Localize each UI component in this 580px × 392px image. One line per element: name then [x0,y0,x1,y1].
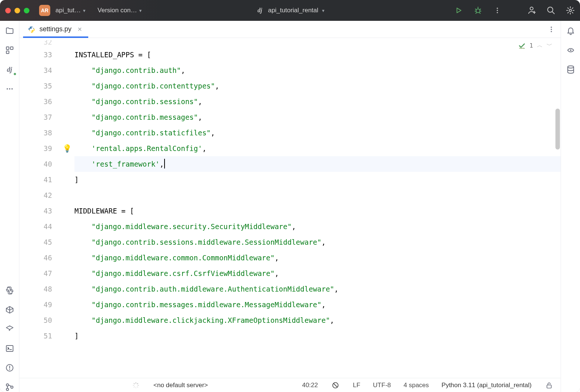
status-indent[interactable]: 4 spaces [404,382,429,389]
svg-point-1 [497,8,498,9]
next-highlight-button[interactable]: ﹀ [546,42,552,49]
python-packages-button[interactable] [5,305,15,315]
svg-point-24 [568,66,574,68]
window-controls [5,8,29,13]
tab-settings-py[interactable]: settings.py ✕ [23,21,88,38]
svg-rect-8 [10,47,13,49]
prev-highlight-button[interactable]: ︿ [537,42,543,49]
status-caret-position[interactable]: 40:22 [302,382,318,389]
status-bar: <no default server> 40:22 LF UTF-8 4 spa… [19,378,561,392]
text-caret [164,159,165,168]
svg-point-18 [551,26,552,28]
code-with-me-button[interactable] [527,6,536,15]
notifications-button[interactable] [566,26,576,36]
intention-bulb-icon[interactable]: 💡 [63,144,72,153]
project-name: api_tut… [55,7,81,14]
code-content[interactable]: INSTALLED_APPS = [ "django.contrib.auth"… [74,38,561,378]
svg-point-6 [569,9,571,12]
svg-rect-22 [547,385,551,388]
status-interpreter[interactable]: Python 3.11 (api_tutorial_rental) [442,382,532,389]
status-line-separator[interactable]: LF [353,382,360,389]
svg-point-2 [497,10,498,11]
right-toolbar [561,21,580,392]
scrollbar-thumb[interactable] [555,109,560,150]
status-encoding[interactable]: UTF-8 [373,382,391,389]
django-icon: dj [255,6,264,15]
close-tab-button[interactable]: ✕ [77,26,82,33]
status-server[interactable]: <no default server> [153,382,208,389]
python-console-button[interactable] [5,286,15,295]
svg-point-19 [551,29,552,30]
terminal-tool-button[interactable] [5,344,15,353]
inspections-widget[interactable]: 1 ︿ ﹀ [518,42,552,49]
lint-gutter: 💡 [60,38,74,378]
tab-options-button[interactable] [546,25,556,34]
vcs-label: Version con… [98,7,137,14]
maximize-window-button[interactable] [24,8,29,13]
tab-label: settings.py [39,25,71,33]
run-button[interactable] [454,6,463,15]
close-window-button[interactable] [5,8,11,13]
structure-tool-button[interactable] [5,45,15,55]
inspection-check-icon [518,42,526,49]
more-tools-button[interactable] [5,84,15,94]
svg-point-16 [6,388,9,391]
vcs-widget[interactable]: Version con… ▾ [98,7,142,14]
vertical-scrollbar[interactable] [555,38,560,378]
inspections-count: 1 [529,42,533,49]
readonly-lock-icon[interactable] [544,380,554,390]
database-tool-button[interactable] [566,65,576,74]
svg-point-20 [551,31,552,32]
vcs-tool-button[interactable] [5,382,15,392]
run-config-name: api_tutorial_rental [268,7,318,14]
svg-point-10 [6,88,8,90]
minimize-window-button[interactable] [15,8,20,13]
svg-point-17 [11,386,13,388]
svg-point-12 [11,88,13,90]
python-file-icon [28,25,36,33]
chevron-down-icon: ▾ [83,8,86,13]
editor-tabs: settings.py ✕ [19,21,561,38]
problems-tool-button[interactable] [5,363,15,373]
editor-area: settings.py ✕ 32 33 34 35 36 37 38 [19,21,561,392]
search-everywhere-button[interactable] [546,6,555,15]
svg-point-23 [570,49,571,51]
svg-point-0 [476,9,480,13]
code-editor[interactable]: 32 33 34 35 36 37 38 39 40 41 42 43 44 4… [19,38,561,378]
svg-rect-7 [6,47,9,49]
svg-point-11 [9,88,10,90]
debug-button[interactable] [474,6,482,15]
ai-assistant-button[interactable] [566,45,576,55]
services-tool-button[interactable] [5,324,15,334]
svg-rect-13 [6,346,13,351]
project-badge[interactable]: AR [39,5,50,16]
background-tasks-icon[interactable] [131,380,141,390]
svg-rect-9 [6,51,9,54]
svg-point-4 [530,7,533,10]
project-tool-button[interactable] [5,26,15,36]
project-selector[interactable]: api_tut… ▾ [55,7,86,14]
run-config-selector[interactable]: dj api_tutorial_rental ▾ [255,6,325,15]
chevron-down-icon: ▾ [322,8,325,13]
ide-window: AR api_tut… ▾ Version con… ▾ dj api_tuto… [0,0,580,392]
settings-button[interactable] [566,6,575,15]
left-toolbar: dj [0,21,19,392]
django-tool-button[interactable]: dj [5,65,15,74]
line-gutter: 32 33 34 35 36 37 38 39 40 41 42 43 44 4… [19,38,60,378]
svg-point-3 [497,12,498,13]
more-actions-button[interactable] [493,6,502,15]
svg-point-15 [6,384,9,386]
titlebar: AR api_tut… ▾ Version con… ▾ dj api_tuto… [0,0,580,21]
chevron-down-icon: ▾ [139,8,142,13]
toggle-soft-wrap-icon[interactable] [331,380,340,390]
